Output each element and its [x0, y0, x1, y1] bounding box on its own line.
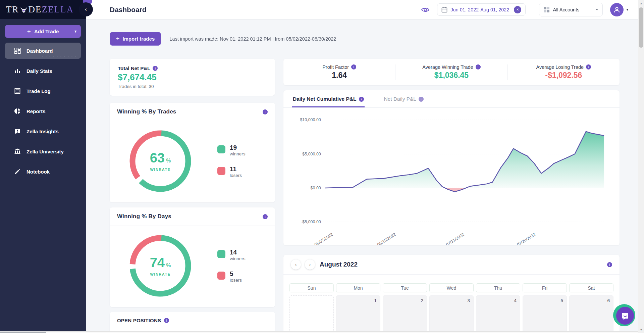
- scroll-down-icon[interactable]: ▼: [638, 327, 644, 332]
- percent-sign: %: [166, 158, 171, 163]
- winners-legend: 14 winners: [217, 249, 246, 261]
- date-range-picker[interactable]: Jun 01, 2022-Aug 01, 2022 ✕: [437, 3, 526, 16]
- vertical-scrollbar-thumb[interactable]: [639, 7, 643, 48]
- losers-count: 5: [230, 271, 242, 278]
- svg-text:07/20/2022: 07/20/2022: [516, 232, 536, 245]
- info-icon[interactable]: i: [476, 64, 481, 69]
- import-trades-button[interactable]: + Import trades: [110, 32, 161, 46]
- calendar-day-cell[interactable]: 4: [476, 295, 520, 333]
- calendar-icon: [441, 7, 447, 13]
- vertical-scrollbar[interactable]: ▲ ▼: [638, 0, 644, 333]
- day-number: 6: [607, 298, 610, 303]
- weekday-header: Sun: [289, 283, 334, 292]
- profit-factor-value: 1.64: [283, 71, 395, 80]
- info-icon[interactable]: i: [263, 109, 268, 114]
- scroll-up-icon[interactable]: ▲: [638, 1, 644, 6]
- svg-text:07/11/2022: 07/11/2022: [445, 232, 465, 245]
- winrate-donut-chart: 63% WINRATE: [128, 129, 192, 193]
- right-column: Profit Factor i 1.64 Average Winning Tra…: [283, 59, 620, 333]
- day-number: 1: [374, 298, 377, 303]
- logo-text-mid: DE: [29, 4, 42, 15]
- info-icon[interactable]: i: [359, 97, 364, 102]
- sidebar-item-zella-university[interactable]: Zella University: [5, 143, 81, 159]
- losers-count: 11: [230, 166, 242, 173]
- avg-losing-trade-value: -$1,092.56: [508, 71, 620, 80]
- info-icon[interactable]: i: [586, 64, 591, 69]
- avg-losing-trade-label: Average Losing Trade: [536, 64, 584, 70]
- visibility-eye-icon[interactable]: [421, 5, 430, 14]
- sidebar-item-zella-insights[interactable]: Zella Insights: [5, 123, 81, 139]
- left-column: Total Net P&L i $7,674.45 Trades in tota…: [110, 59, 275, 333]
- info-icon[interactable]: i: [153, 66, 158, 71]
- calendar-prev-button[interactable]: ‹: [291, 259, 301, 270]
- sidebar-item-dashboard[interactable]: Dashboard: [5, 43, 81, 59]
- calendar-next-button[interactable]: ›: [305, 259, 315, 270]
- chat-launcher[interactable]: [613, 304, 636, 327]
- chevron-right-icon: ›: [309, 262, 311, 267]
- clear-date-button[interactable]: ✕: [514, 6, 521, 13]
- day-number: 5: [560, 298, 563, 303]
- sidebar-item-trade-log[interactable]: Trade Log: [5, 83, 81, 99]
- message-alert-icon: [14, 128, 21, 135]
- winners-legend: 19 winners: [217, 144, 246, 156]
- user-menu[interactable]: ▾: [610, 3, 628, 16]
- avg-losing-trade-cell: Average Losing Trade i -$1,092.56: [507, 64, 620, 80]
- calendar-month-title: August 2022: [320, 261, 358, 268]
- tab-net-daily-pl[interactable]: Net Daily P&L i: [383, 90, 424, 107]
- sidebar-collapse-button[interactable]: ‹: [79, 2, 93, 16]
- sidebar: TR DE ZELLA ‹ + Add Trade ▾ Dashboard: [0, 0, 86, 333]
- bank-icon: [14, 148, 21, 155]
- svg-text:06/07/2022: 06/07/2022: [314, 232, 334, 245]
- svg-text:-$5,000.00: -$5,000.00: [301, 220, 321, 224]
- calendar-day-cell[interactable]: 6: [569, 295, 613, 333]
- chevron-down-icon: ▾: [74, 29, 76, 34]
- tab-label: Net Daily P&L: [384, 96, 416, 102]
- area-chart-svg: $10,000.00$5,000.00$0.00-$5,000.0006/07/…: [285, 110, 618, 245]
- winners-count: 14: [230, 249, 246, 256]
- sidebar-item-reports[interactable]: Reports: [5, 103, 81, 119]
- list-document-icon: [14, 88, 21, 94]
- calendar-day-cell[interactable]: 2: [383, 295, 427, 333]
- calendar-day-cell[interactable]: 3: [429, 295, 474, 333]
- accounts-select[interactable]: All Accounts ▾: [539, 3, 603, 16]
- horizontal-scrollbar-thumb[interactable]: [0, 332, 46, 333]
- chevron-left-icon: ‹: [85, 6, 87, 12]
- winners-count: 19: [230, 144, 246, 151]
- total-net-pl-value: $7,674.45: [118, 72, 267, 83]
- winning-by-trades-card: Winning % By Trades i 63% WINRATE 19 win…: [110, 103, 275, 202]
- sidebar-item-notebook[interactable]: Notebook: [5, 163, 81, 180]
- info-icon[interactable]: i: [351, 64, 356, 69]
- calendar-grid: SunMonTueWedThuFriSat 123456: [283, 275, 620, 333]
- plus-icon: +: [27, 28, 31, 35]
- cumulative-pl-area-chart: $10,000.00$5,000.00$0.00-$5,000.0006/07/…: [283, 108, 620, 246]
- avatar[interactable]: [610, 3, 624, 16]
- add-trade-button[interactable]: + Add Trade ▾: [5, 25, 81, 38]
- svg-text:$10,000.00: $10,000.00: [300, 117, 321, 122]
- calendar-day-cell[interactable]: 1: [336, 295, 380, 333]
- calendar-day-cell[interactable]: 5: [523, 295, 567, 333]
- app-logo[interactable]: TR DE ZELLA: [6, 4, 74, 15]
- import-trades-label: Import trades: [123, 36, 155, 42]
- avg-winning-trade-cell: Average Winning Trade i $1,036.45: [395, 64, 507, 80]
- sidebar-item-daily-stats[interactable]: Daily Stats: [5, 63, 81, 79]
- trades-in-total: Trades in total: 30: [118, 84, 267, 89]
- chat-button[interactable]: [616, 307, 634, 325]
- day-number: 4: [514, 298, 517, 303]
- weekday-header: Wed: [429, 283, 474, 292]
- info-icon[interactable]: i: [263, 214, 268, 219]
- calendar-day-cell[interactable]: [289, 295, 334, 333]
- info-icon[interactable]: i: [607, 262, 612, 267]
- profit-factor-cell: Profit Factor i 1.64: [283, 64, 395, 80]
- info-icon[interactable]: i: [419, 97, 424, 102]
- tab-daily-net-cumulative-pl[interactable]: Daily Net Cumulative P&L i: [292, 90, 365, 107]
- logo-text-prefix: TR: [6, 4, 19, 15]
- open-positions-title: OPEN POSITIONS: [117, 318, 161, 323]
- info-icon[interactable]: i: [164, 318, 169, 323]
- avg-winning-trade-label: Average Winning Trade: [422, 64, 473, 70]
- horizontal-scrollbar[interactable]: [0, 331, 638, 333]
- calendar-card: ‹ › August 2022 i SunMonTueWedThuFriSat …: [283, 255, 620, 333]
- winrate-donut-chart: 74% WINRATE: [128, 234, 192, 298]
- percent-sign: %: [166, 263, 171, 268]
- sidebar-item-label: Dashboard: [26, 48, 53, 54]
- logo-text-zella: ZELLA: [42, 4, 74, 15]
